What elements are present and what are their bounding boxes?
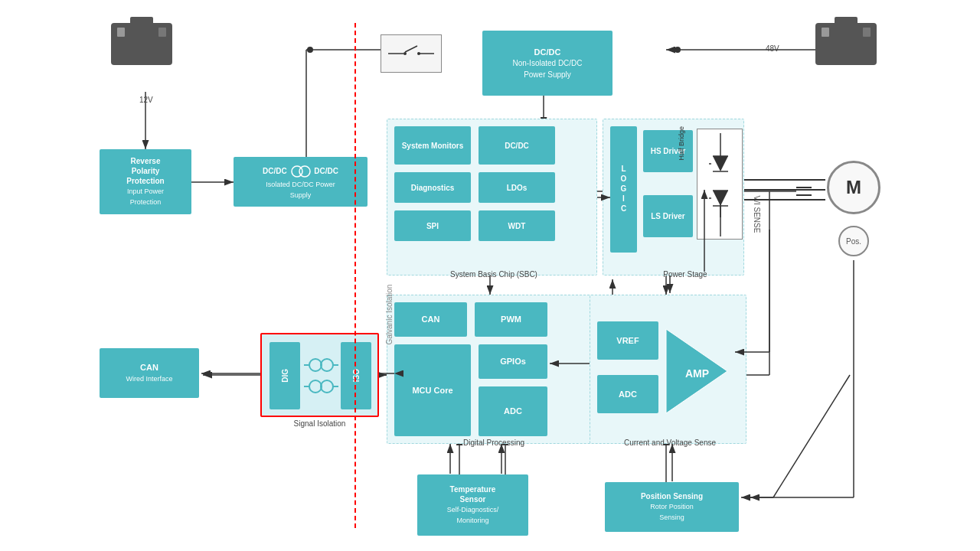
reverse-polarity-block: ReversePolarityProtectionInput PowerProt…: [100, 149, 191, 214]
reverse-polarity-label: ReversePolarityProtectionInput PowerProt…: [126, 156, 164, 207]
switch-symbol: [381, 34, 442, 73]
motor-label: M: [846, 177, 861, 198]
diagnostics-label: Diagnostics: [411, 183, 455, 193]
junction-dot: [670, 42, 685, 57]
half-bridge-label: Half Bridge: [670, 126, 693, 162]
dig-block: DIG: [270, 342, 300, 409]
pwm-block: PWM: [475, 302, 547, 337]
adc-digital-block: ADC: [479, 386, 547, 436]
battery-48v: [815, 23, 877, 65]
dcdc-non-isolated-block: DC/DCNon-Isolated DC/DCPower Supply: [482, 31, 612, 96]
half-bridge-symbol: [697, 129, 743, 240]
battery-terminal-pos: [117, 28, 125, 37]
dcdc-inner-block: DC/DC: [479, 126, 555, 165]
pwm-label: PWM: [501, 314, 521, 324]
isolated-dcdc-block: DC/DC DC/DC Isolated DC/DC PowerSupply: [234, 157, 368, 207]
svg-marker-39: [713, 156, 728, 171]
system-monitors-label: System Monitors: [402, 141, 464, 151]
vref-label: VREF: [616, 335, 639, 346]
gpios-label: GPIOs: [500, 356, 526, 367]
vi-sense-label: V/I SENSE: [753, 196, 761, 233]
galvanic-isolation-label: Galvanic Isolation: [385, 230, 394, 345]
mcu-core-label: MCU Core: [412, 385, 452, 396]
galvanic-text: Galvanic Isolation: [385, 285, 394, 345]
adc-digital-label: ADC: [504, 406, 522, 416]
can-wired-block: CANWired Interface: [100, 348, 199, 398]
dcdc-inner-label: DC/DC: [505, 141, 529, 151]
logic-label: LOGIC: [619, 165, 629, 214]
transformer-symbol: [289, 164, 312, 179]
galvanic-isolation-line: [354, 23, 356, 528]
digital-processing-label: Digital Processing: [417, 439, 570, 447]
can-inner-label: CAN: [422, 314, 440, 324]
mcu-core-block: MCU Core: [394, 344, 471, 436]
temp-sensor-label: TemperatureSensorSelf-Diagnostics/Monito…: [447, 484, 499, 525]
diagram: 12V 48V DC/DCNon-Isolated DC/DCPower Sup…: [0, 0, 980, 551]
battery-terminal-neg: [158, 28, 166, 37]
ldos-label: LDOs: [507, 183, 528, 193]
gpios-block: GPIOs: [479, 344, 547, 379]
battery-terminal-neg-48v: [863, 28, 871, 37]
half-bridge-svg: [697, 129, 743, 240]
can-wired-label: CANWired Interface: [126, 362, 172, 384]
sbc-label: System Basis Chip (SBC): [417, 270, 570, 279]
pos-circle: Pos.: [838, 226, 869, 256]
switch-svg: [388, 42, 434, 65]
ls-driver-label: LS Driver: [651, 211, 684, 221]
diagnostics-block: Diagnostics: [394, 172, 471, 203]
amp-svg: AMP: [662, 325, 731, 417]
svg-point-59: [307, 47, 313, 53]
motor-block: M: [827, 161, 880, 214]
pos-label: Pos.: [846, 237, 861, 246]
label-12v: 12V: [139, 96, 153, 104]
svg-point-31: [403, 52, 407, 55]
current-voltage-label: Current and Voltage Sense: [593, 439, 746, 447]
logic-block: LOGIC: [610, 126, 637, 253]
iso-block: ISO: [341, 342, 371, 409]
power-stage-label: Power Stage: [632, 270, 739, 279]
signal-isolation-label: Signal Isolation: [264, 419, 375, 428]
svg-point-54: [309, 380, 322, 393]
svg-point-51: [321, 359, 333, 371]
svg-point-36: [299, 166, 310, 177]
half-bridge-text: Half Bridge: [678, 126, 685, 161]
wdt-label: WDT: [508, 221, 526, 231]
dig-label: DIG: [281, 369, 289, 383]
battery-12v: [111, 23, 172, 65]
battery-body-48v: [815, 23, 877, 65]
spi-label: SPI: [426, 221, 439, 231]
label-48v: 48V: [766, 44, 779, 53]
battery-terminal-pos-48v: [822, 28, 829, 37]
wdt-block: WDT: [479, 210, 555, 241]
can-inner-block: CAN: [394, 302, 467, 337]
iso-label: ISO: [352, 369, 361, 382]
system-monitors-block: System Monitors: [394, 126, 471, 165]
battery-body-12v: [111, 23, 172, 65]
iso-symbol: [304, 346, 338, 406]
svg-point-55: [321, 380, 333, 393]
ldos-block: LDOs: [479, 172, 555, 203]
svg-point-50: [309, 359, 322, 371]
signal-isolation-block: DIG ISO: [260, 333, 379, 417]
dcdc-non-isolated-label: DC/DCNon-Isolated DC/DCPower Supply: [512, 47, 582, 80]
svg-line-28: [773, 375, 850, 497]
ls-driver-block: LS Driver: [643, 195, 693, 237]
position-sensing-label: Position SensingRotor PositionSensing: [641, 491, 703, 522]
svg-line-32: [405, 46, 417, 52]
junction-dot-2: [302, 42, 318, 57]
adc-sense-block: ADC: [597, 375, 658, 413]
temp-sensor-block: TemperatureSensorSelf-Diagnostics/Monito…: [417, 474, 528, 536]
isolated-dcdc-label: DC/DC DC/DC Isolated DC/DC PowerSupply: [263, 164, 338, 200]
position-sensing-block: Position SensingRotor PositionSensing: [605, 482, 739, 532]
svg-text:AMP: AMP: [685, 367, 709, 380]
svg-point-58: [675, 47, 681, 53]
spi-block: SPI: [394, 210, 471, 241]
iso-svg: [304, 346, 338, 406]
svg-marker-44: [713, 191, 728, 206]
vi-sense-text: V/I SENSE: [753, 196, 761, 233]
amp-block: AMP: [658, 310, 735, 432]
adc-sense-label: ADC: [619, 389, 637, 399]
vref-block: VREF: [597, 321, 658, 360]
